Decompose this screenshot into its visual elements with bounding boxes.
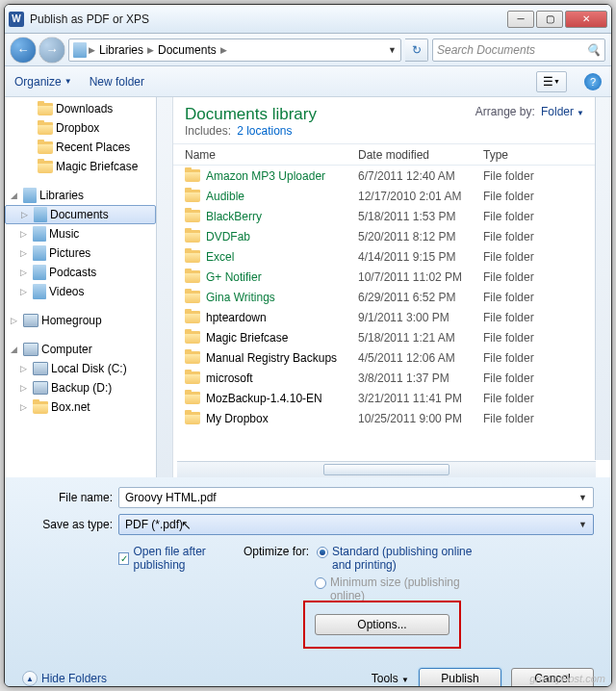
back-button[interactable]: ← (11, 38, 36, 63)
organize-menu[interactable]: Organize ▼ (14, 75, 72, 89)
optimize-minimum[interactable]: Minimum size (publishing online) (244, 576, 594, 602)
table-row[interactable]: Gina Writings6/29/2011 6:52 PMFile folde… (173, 287, 596, 307)
table-row[interactable]: Amazon MP3 Uploader6/7/2011 12:40 AMFile… (173, 166, 596, 186)
dialog-window: W Publish as PDF or XPS ─ ▢ ✕ ← → ▶ Libr… (4, 4, 612, 687)
optimize-standard[interactable]: Optimize for: Standard (publishing onlin… (244, 545, 594, 572)
breadcrumb-dropdown-icon[interactable]: ▼ (388, 45, 397, 55)
computer-icon (23, 343, 38, 356)
expand-icon[interactable]: ▷ (20, 402, 30, 412)
view-button[interactable]: ☰▼ (536, 71, 567, 92)
table-row[interactable]: G+ Notifier10/7/2011 11:02 PMFile folder (173, 267, 596, 287)
tree-boxnet[interactable]: ▷Box.net (5, 397, 172, 417)
savetype-dropdown[interactable]: PDF (*.pdf)↖▼ (118, 514, 594, 535)
table-row[interactable]: Excel4/14/2011 9:15 PMFile folder (173, 246, 596, 267)
tree-local-disk[interactable]: ▷Local Disk (C:) (5, 359, 172, 378)
publish-button[interactable]: Publish (419, 668, 501, 687)
close-button[interactable]: ✕ (565, 11, 607, 28)
radio-icon (315, 577, 326, 589)
table-row[interactable]: DVDFab5/20/2011 8:12 PMFile folder (173, 226, 596, 246)
library-icon (33, 245, 46, 261)
table-row[interactable]: BlackBerry5/18/2011 1:53 PMFile folder (173, 206, 596, 226)
table-row[interactable]: MozBackup-1.4.10-EN3/21/2011 11:41 PMFil… (173, 388, 596, 408)
expand-icon[interactable]: ▷ (20, 364, 30, 373)
chevron-right-icon: ▶ (220, 45, 227, 55)
arrange-by[interactable]: Arrange by: Folder ▼ (475, 105, 584, 138)
library-header: Documents library Includes: 2 locations … (173, 97, 596, 144)
tree-pictures[interactable]: ▷Pictures (5, 243, 172, 263)
forward-button[interactable]: → (39, 38, 64, 63)
tree-documents[interactable]: ▷Documents (5, 205, 156, 224)
tree-downloads[interactable]: Downloads (5, 99, 172, 118)
tree-homegroup[interactable]: ▷Homegroup (5, 311, 172, 330)
refresh-button[interactable]: ↻ (405, 38, 428, 62)
folder-icon (185, 412, 200, 424)
watermark: groovyPost.com (529, 673, 605, 684)
tree-podcasts[interactable]: ▷Podcasts (5, 263, 172, 282)
options-button[interactable]: Options... (315, 614, 449, 635)
window-title: Publish as PDF or XPS (30, 13, 507, 26)
expand-icon[interactable]: ▷ (20, 268, 30, 277)
collapse-icon[interactable]: ◢ (11, 191, 20, 200)
search-icon: 🔍 (586, 43, 601, 57)
library-icon (33, 226, 46, 242)
expand-icon[interactable]: ▷ (21, 210, 31, 219)
footer: ▲ Hide Folders Tools ▼ Publish Cancel (22, 668, 594, 687)
folder-icon (38, 161, 53, 173)
col-date[interactable]: Date modified (358, 148, 483, 162)
tree-libraries[interactable]: ◢Libraries (5, 186, 172, 205)
toolbar: Organize ▼ New folder ☰▼ ? (5, 66, 611, 97)
hide-folders-button[interactable]: ▲ Hide Folders (22, 671, 107, 686)
column-headers[interactable]: Name Date modified Type (173, 144, 596, 166)
locations-link[interactable]: 2 locations (237, 124, 292, 138)
table-row[interactable]: microsoft3/8/2011 1:37 PMFile folder (173, 368, 596, 388)
chevron-right-icon: ▶ (147, 45, 154, 55)
expand-icon[interactable]: ▷ (20, 229, 30, 239)
table-row[interactable]: Manual Registry Backups4/5/2011 12:06 AM… (173, 347, 596, 368)
expand-icon[interactable]: ▷ (20, 383, 30, 393)
chevron-down-icon: ▼ (64, 77, 72, 86)
collapse-icon[interactable]: ◢ (11, 345, 20, 354)
expand-icon[interactable]: ▷ (20, 287, 30, 296)
maximize-button[interactable]: ▢ (536, 11, 563, 28)
filename-input[interactable]: Groovy HTML.pdf▼ (118, 487, 594, 508)
folder-icon (33, 401, 48, 414)
tools-menu[interactable]: Tools ▼ (372, 672, 409, 685)
tree-computer[interactable]: ◢Computer (5, 340, 172, 359)
col-type[interactable]: Type (483, 148, 584, 162)
library-icon (33, 265, 46, 280)
library-icon (34, 207, 47, 222)
open-after-checkbox[interactable]: ✓ Open file after publishing (118, 545, 244, 572)
tree-music[interactable]: ▷Music (5, 224, 172, 243)
new-folder-button[interactable]: New folder (90, 75, 144, 89)
expand-icon[interactable]: ▷ (11, 316, 20, 325)
tree-dropbox[interactable]: Dropbox (5, 118, 172, 138)
table-row[interactable]: Audible12/17/2010 2:01 AMFile folder (173, 186, 596, 206)
crumb-libraries[interactable]: Libraries (97, 43, 145, 57)
table-row[interactable]: hpteardown9/1/2011 3:00 PMFile folder (173, 307, 596, 327)
tree-recent-places[interactable]: Recent Places (5, 138, 172, 157)
help-button[interactable]: ? (584, 73, 602, 90)
table-row[interactable]: My Dropbox10/25/2011 9:00 PMFile folder (173, 408, 596, 428)
minimize-button[interactable]: ─ (507, 11, 534, 28)
breadcrumb[interactable]: ▶ Libraries ▶ Documents ▶ ▼ (68, 38, 401, 62)
tree-backup[interactable]: ▷Backup (D:) (5, 378, 172, 397)
folder-tree[interactable]: Downloads Dropbox Recent Places Magic Br… (5, 97, 173, 477)
expand-icon[interactable]: ▷ (20, 248, 30, 258)
chevron-down-icon[interactable]: ▼ (578, 493, 587, 502)
library-icon (33, 284, 46, 299)
folder-icon (185, 371, 200, 384)
folder-icon (185, 169, 200, 182)
library-title: Documents library (185, 105, 317, 124)
table-row[interactable]: Magic Briefcase5/18/2011 1:21 AMFile fol… (173, 327, 596, 347)
cursor-icon: ↖ (181, 518, 192, 532)
tree-videos[interactable]: ▷Videos (5, 282, 172, 301)
chevron-down-icon[interactable]: ▼ (578, 520, 587, 529)
col-name[interactable]: Name (185, 148, 358, 162)
chevron-down-icon: ▼ (577, 109, 584, 117)
chevron-right-icon: ▶ (89, 45, 95, 55)
tree-magic-briefcase[interactable]: Magic Briefcase (5, 157, 172, 176)
horizontal-scrollbar[interactable] (177, 461, 596, 477)
checkbox-icon: ✓ (118, 552, 129, 565)
crumb-documents[interactable]: Documents (156, 43, 218, 57)
search-input[interactable]: Search Documents 🔍 (432, 38, 605, 62)
